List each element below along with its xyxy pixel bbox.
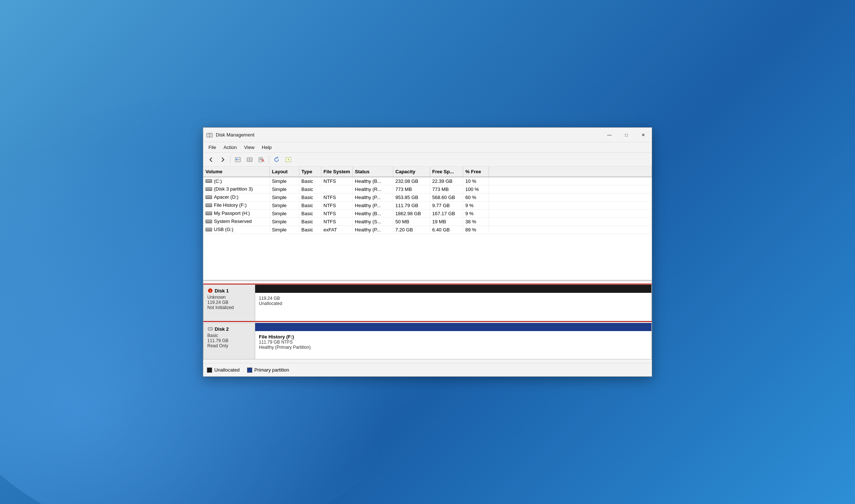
cell-type: Basic (299, 226, 321, 234)
table-row[interactable]: Apacer (D:) Simple Basic NTFS Healthy (P… (203, 193, 652, 201)
disk-partitions-disk1: 119.24 GB Unallocated (255, 284, 652, 321)
volume-table: Volume Layout Type File System Status Ca… (203, 167, 652, 281)
svg-rect-11 (259, 157, 263, 162)
window-controls: — □ ✕ (601, 128, 652, 142)
part-name-disk2: File History (F:) (259, 334, 648, 340)
cell-status: Healthy (B... (352, 209, 393, 217)
window-title: Disk Management (216, 132, 601, 138)
cell-volume: System Reserved (203, 217, 270, 226)
col-capacity[interactable]: Capacity (393, 167, 430, 177)
cell-status: Healthy (S... (352, 217, 393, 226)
menu-bar: File Action View Help (203, 142, 652, 153)
cell-extra (489, 177, 651, 185)
close-button[interactable]: ✕ (635, 128, 652, 142)
svg-text:!: ! (210, 289, 211, 293)
back-button[interactable] (205, 155, 217, 165)
cell-extra (489, 193, 651, 201)
cell-layout: Simple (270, 226, 299, 234)
cell-layout: Simple (270, 217, 299, 226)
disk-label-disk1: ! Disk 1 Unknown 119.24 GB Not Initializ… (203, 284, 255, 321)
legend-unallocated: Unallocated (207, 367, 240, 373)
disk-size-disk1: 119.24 GB (207, 300, 251, 305)
cell-fs: exFAT (321, 226, 352, 234)
disk-row-disk1[interactable]: ! Disk 1 Unknown 119.24 GB Not Initializ… (203, 284, 652, 321)
menu-help[interactable]: Help (258, 144, 275, 151)
col-pct[interactable]: % Free (463, 167, 489, 177)
cell-layout: Simple (270, 209, 299, 217)
maximize-button[interactable]: □ (618, 128, 635, 142)
refresh-button[interactable] (271, 155, 282, 165)
cell-free: 773 MB (430, 185, 463, 193)
cell-capacity: 773 MB (393, 185, 430, 193)
app-icon (206, 132, 213, 138)
col-type[interactable]: Type (299, 167, 321, 177)
svg-rect-22 (208, 328, 212, 330)
cell-layout: Simple (270, 201, 299, 209)
cell-capacity: 953.85 GB (393, 193, 430, 201)
cell-status: Healthy (P... (352, 201, 393, 209)
cell-layout: Simple (270, 177, 299, 185)
table-row[interactable]: (Disk 3 partition 3) Simple Basic Health… (203, 185, 652, 193)
cell-free: 6.40 GB (430, 226, 463, 234)
disk-partitions-disk2: File History (F:) 111.79 GB NTFS Healthy… (255, 323, 652, 359)
cell-volume: (Disk 3 partition 3) (203, 185, 270, 193)
disk-management-window: Disk Management — □ ✕ File Action View H… (203, 127, 652, 377)
col-free[interactable]: Free Sp... (430, 167, 463, 177)
cell-pct: 38 % (463, 217, 489, 226)
help-button[interactable]: ? (283, 155, 294, 165)
minimize-button[interactable]: — (601, 128, 618, 142)
cell-fs: NTFS (321, 177, 352, 185)
svg-text:i: i (249, 159, 250, 161)
cell-volume: File History (F:) (203, 201, 270, 209)
table-row[interactable]: File History (F:) Simple Basic NTFS Heal… (203, 201, 652, 209)
menu-view[interactable]: View (240, 144, 258, 151)
cell-free: 167.17 GB (430, 209, 463, 217)
col-layout[interactable]: Layout (270, 167, 299, 177)
table-row[interactable]: My Passport (H:) Simple Basic NTFS Healt… (203, 209, 652, 217)
col-fs[interactable]: File System (321, 167, 352, 177)
svg-marker-16 (277, 157, 278, 159)
cell-free: 568.60 GB (430, 193, 463, 201)
disk-name-disk2: Disk 2 (207, 326, 251, 332)
col-extra (489, 167, 651, 177)
partition-block-disk2[interactable]: File History (F:) 111.79 GB NTFS Healthy… (255, 331, 651, 359)
disk-size-disk2: 111.79 GB (207, 338, 251, 343)
cell-extra (489, 226, 651, 234)
legend-label-unallocated: Unallocated (214, 367, 240, 373)
cell-extra (489, 209, 651, 217)
disk-row-disk2[interactable]: Disk 2 Basic 111.79 GB Read Only File Hi… (203, 323, 652, 359)
format-button[interactable] (256, 155, 267, 165)
disk-icon-disk2 (207, 326, 213, 332)
cell-free: 22.39 GB (430, 177, 463, 185)
table-row[interactable]: System Reserved Simple Basic NTFS Health… (203, 217, 652, 226)
col-status[interactable]: Status (352, 167, 393, 177)
properties-button[interactable] (232, 155, 243, 165)
cell-extra (489, 185, 651, 193)
cell-free: 19 MB (430, 217, 463, 226)
disk-properties-button[interactable]: i (244, 155, 255, 165)
cell-type: Basic (299, 201, 321, 209)
col-volume[interactable]: Volume (203, 167, 270, 177)
table-row[interactable]: USB (G:) Simple Basic exFAT Healthy (P..… (203, 226, 652, 234)
cell-fs: NTFS (321, 209, 352, 217)
cell-pct: 100 % (463, 185, 489, 193)
cell-status: Healthy (B... (352, 177, 393, 185)
disk-header-bar-disk2 (255, 323, 651, 331)
menu-file[interactable]: File (205, 144, 220, 151)
cell-volume: My Passport (H:) (203, 209, 270, 217)
cell-extra (489, 201, 651, 209)
cell-pct: 60 % (463, 193, 489, 201)
table-row[interactable]: (C:) Simple Basic NTFS Healthy (B... 232… (203, 177, 652, 185)
cell-capacity: 232.08 GB (393, 177, 430, 185)
forward-button[interactable] (217, 155, 228, 165)
menu-action[interactable]: Action (220, 144, 240, 151)
svg-rect-3 (208, 134, 211, 135)
disk-label-disk2: Disk 2 Basic 111.79 GB Read Only (203, 323, 255, 359)
cell-capacity: 50 MB (393, 217, 430, 226)
toolbar-separator-2 (269, 156, 269, 164)
partition-block-disk1[interactable]: 119.24 GB Unallocated (255, 293, 651, 321)
svg-rect-5 (236, 159, 238, 160)
cell-layout: Simple (270, 185, 299, 193)
part-size-disk1: 119.24 GB (259, 296, 648, 301)
cell-fs: NTFS (321, 217, 352, 226)
